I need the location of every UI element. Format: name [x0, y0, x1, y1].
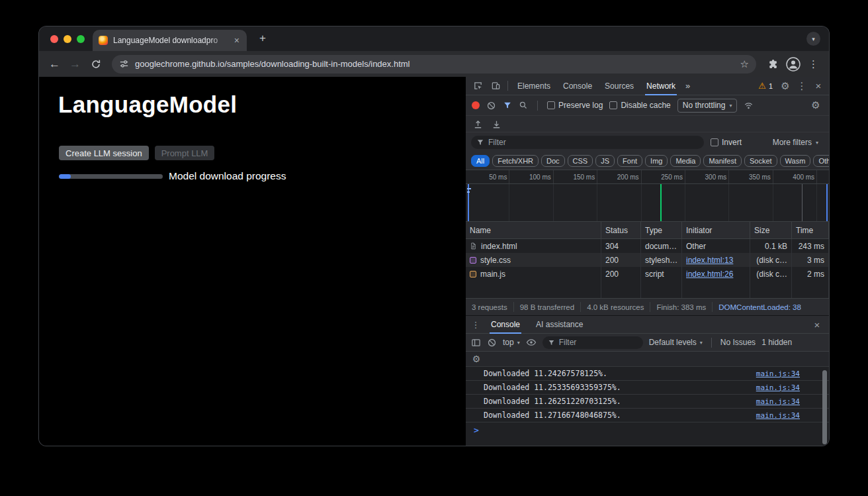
tab-title: LanguageModel downloadpro	[113, 36, 228, 45]
minimize-window-button[interactable]	[64, 35, 71, 43]
source-link[interactable]: main.js:34	[756, 411, 800, 420]
chip-js[interactable]: JS	[595, 155, 615, 167]
search-icon[interactable]	[519, 101, 528, 110]
column-time[interactable]: Time	[792, 222, 829, 238]
network-conditions-icon[interactable]	[744, 101, 754, 111]
source-link[interactable]: main.js:34	[756, 383, 800, 392]
issues-counter[interactable]: ⚠ 1	[755, 81, 776, 90]
network-settings-button[interactable]: ⚙	[808, 99, 823, 111]
reload-button[interactable]	[86, 54, 105, 74]
progress-fill	[59, 174, 71, 179]
throttling-select[interactable]: No throttling ▾	[677, 99, 738, 113]
filter-icon[interactable]	[503, 101, 512, 110]
table-row[interactable]: index.html 304 docum… Other 0.1 kB 243 m…	[466, 239, 829, 253]
column-status[interactable]: Status	[601, 222, 641, 238]
close-window-button[interactable]	[50, 35, 58, 43]
console-prompt[interactable]: >	[466, 422, 829, 437]
profile-button[interactable]	[783, 54, 803, 74]
chip-wasm[interactable]: Wasm	[780, 155, 811, 167]
record-network-log-button[interactable]	[472, 101, 480, 109]
hidden-messages-count[interactable]: 1 hidden	[761, 338, 792, 347]
initiator-link[interactable]: index.html:26	[686, 270, 733, 279]
puzzle-icon	[767, 58, 778, 70]
maximize-window-button[interactable]	[77, 35, 85, 43]
tab-sources[interactable]: Sources	[599, 77, 640, 95]
more-filters-button[interactable]: More filters ▾	[773, 138, 818, 147]
extensions-button[interactable]	[763, 54, 782, 74]
chrome-menu-button[interactable]: ⋮	[804, 54, 823, 74]
console-context-select[interactable]: top ▾	[503, 338, 520, 347]
tab-network[interactable]: Network	[640, 77, 681, 95]
chip-media[interactable]: Media	[670, 155, 701, 167]
bookmark-star-icon[interactable]: ☆	[740, 58, 749, 70]
message-text: Downloaded 11.25335693359375%.	[484, 383, 750, 392]
request-time: 243 ms	[792, 239, 829, 253]
column-initiator[interactable]: Initiator	[682, 222, 750, 238]
request-type: stylesh…	[641, 253, 682, 267]
inspect-element-button[interactable]	[469, 77, 486, 95]
new-tab-button[interactable]: +	[256, 32, 269, 45]
more-panels-button[interactable]: »	[682, 81, 693, 91]
address-bar[interactable]: googlechrome.github.io/samples/downloadi…	[112, 55, 756, 74]
table-row[interactable]: main.js 200 script index.html:26 (disk c…	[466, 267, 829, 281]
preserve-log-checkbox[interactable]: Preserve log	[547, 101, 603, 110]
prompt-llm-button[interactable]: Prompt LLM	[155, 146, 215, 160]
import-har-icon[interactable]	[473, 119, 483, 129]
timeline-waterfall	[466, 184, 829, 221]
devtools-menu-button[interactable]: ⋮	[795, 80, 809, 92]
device-toolbar-button[interactable]	[487, 77, 504, 95]
tab-close-icon[interactable]: ×	[233, 34, 241, 46]
column-type[interactable]: Type	[641, 222, 682, 238]
tab-elements[interactable]: Elements	[511, 77, 556, 95]
column-size[interactable]: Size	[750, 222, 792, 238]
log-levels-select[interactable]: Default levels ▾	[649, 338, 703, 347]
clear-console-icon[interactable]	[487, 338, 497, 348]
issues-status[interactable]: No Issues	[720, 338, 756, 347]
console-sidebar-icon[interactable]	[471, 338, 481, 348]
tab-search-button[interactable]: ▾	[806, 32, 820, 46]
live-expression-eye-icon[interactable]	[526, 337, 537, 348]
export-har-icon[interactable]	[492, 119, 501, 129]
chip-manifest[interactable]: Manifest	[703, 155, 742, 167]
source-link[interactable]: main.js:34	[756, 370, 800, 378]
table-row[interactable]: style.css 200 stylesh… index.html:13 (di…	[466, 253, 829, 267]
console-filter-input[interactable]: Filter	[542, 336, 643, 349]
browser-tab[interactable]: LanguageModel downloadpro ×	[93, 30, 247, 51]
chip-other[interactable]: Other	[813, 155, 829, 167]
create-llm-session-button[interactable]: Create LLM session	[59, 146, 149, 160]
back-button[interactable]: ←	[45, 54, 64, 74]
chip-img[interactable]: Img	[645, 155, 668, 167]
drawer-close-button[interactable]: ×	[810, 319, 824, 330]
drawer-tab-console[interactable]: Console	[485, 316, 526, 333]
message-text: Downloaded 11.24267578125%.	[484, 369, 750, 378]
source-link[interactable]: main.js:34	[756, 397, 800, 406]
site-settings-icon[interactable]	[119, 59, 129, 69]
chip-font[interactable]: Font	[617, 155, 642, 167]
devtools-close-button[interactable]: ×	[811, 80, 826, 91]
chip-doc[interactable]: Doc	[541, 155, 565, 167]
devtools-tabbar: Elements Console Sources Network » ⚠ 1 ⚙…	[466, 77, 829, 95]
console-settings-button[interactable]: ⚙	[471, 354, 482, 364]
chip-fetch-xhr[interactable]: Fetch/XHR	[492, 155, 539, 167]
console-scrollbar[interactable]	[822, 370, 827, 444]
tab-console[interactable]: Console	[557, 77, 598, 95]
disable-cache-checkbox[interactable]: Disable cache	[609, 101, 670, 110]
checkbox-icon	[609, 101, 617, 109]
drawer-tab-ai-assistance[interactable]: AI assistance	[530, 316, 589, 333]
chip-all[interactable]: All	[471, 155, 490, 167]
timeline-tick: 100 ms	[509, 170, 553, 183]
forward-button[interactable]: →	[65, 54, 85, 74]
chip-css[interactable]: CSS	[568, 155, 593, 167]
invert-checkbox[interactable]: Invert	[711, 138, 742, 147]
browser-toolbar: ← → googlechrome.github.io/samples/downl…	[39, 51, 829, 77]
drawer-menu-button[interactable]: ⋮	[470, 320, 481, 330]
network-overview-timeline[interactable]: 50 ms 100 ms 150 ms 200 ms 250 ms 300 ms…	[466, 170, 829, 222]
clear-network-log-icon[interactable]	[486, 101, 496, 111]
request-time: 3 ms	[792, 253, 829, 267]
chip-socket[interactable]: Socket	[744, 155, 777, 167]
devtools-settings-button[interactable]: ⚙	[778, 80, 793, 92]
initiator-link[interactable]: index.html:13	[686, 256, 733, 265]
column-name[interactable]: Name	[466, 222, 601, 238]
network-filter-input[interactable]: Filter	[471, 136, 704, 149]
timeline-tick: 250 ms	[642, 170, 685, 183]
